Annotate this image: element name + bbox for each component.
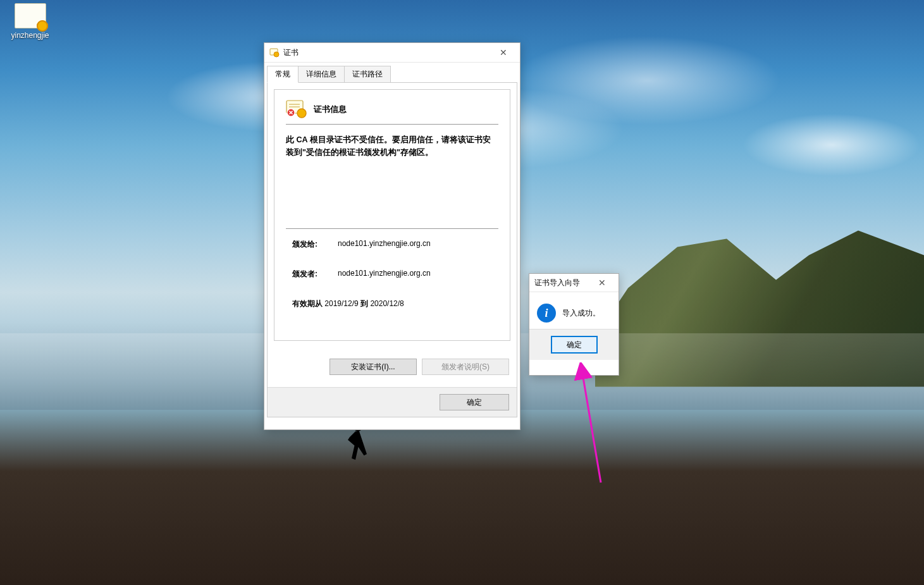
close-icon[interactable]: ✕ [588,274,616,292]
issued-by-label: 颁发者: [292,269,338,280]
validity-line: 有效期从 2019/12/9 到 2020/12/8 [292,299,498,309]
runner-decor [342,424,379,474]
desktop-cert-icon[interactable]: yinzhengjie [6,3,54,40]
tab-cert-path[interactable]: 证书路径 [344,66,391,83]
import-success-text: 导入成功。 [562,308,600,319]
divider [286,124,498,125]
info-icon: i [537,304,556,323]
certificate-window: 证书 ✕ 常规 详细信息 证书路径 [264,42,521,430]
svg-point-5 [297,109,306,118]
desktop-icon-label: yinzhengjie [6,31,54,40]
issued-to-value: node101.yinzhengjie.org.cn [338,239,431,250]
import-wizard-titlebar[interactable]: 证书导入向导 ✕ [529,274,619,292]
valid-label-from: 有效期从 [292,299,324,308]
beach-decor [0,410,924,586]
divider [286,228,498,229]
certificate-titlebar[interactable]: 证书 ✕ [264,43,520,63]
certificate-file-icon [15,3,46,28]
tab-general[interactable]: 常规 [267,66,299,83]
certificate-title-icon [269,47,280,58]
certificate-info-heading: 证书信息 [314,104,347,115]
import-ok-button[interactable]: 确定 [551,336,598,354]
issued-to-label: 颁发给: [292,239,338,250]
install-certificate-button[interactable]: 安装证书(I)... [330,359,417,375]
desktop-background: yinzhengjie 证书 ✕ 常规 详细信息 证书路径 [0,0,924,585]
valid-from-value: 2019/12/9 [324,299,358,308]
valid-to-value: 2020/12/8 [370,299,403,308]
valid-label-to: 到 [359,299,371,308]
certificate-info-frame: 证书信息 此 CA 根目录证书不受信任。要启用信任，请将该证书安装到"受信任的根… [274,89,510,341]
certificate-window-footer: 确定 [268,387,517,417]
tab-strip: 常规 详细信息 证书路径 [264,63,520,82]
issued-by-value: node101.yinzhengjie.org.cn [338,269,431,280]
close-icon[interactable]: ✕ [489,44,517,61]
ok-button[interactable]: 确定 [440,394,509,410]
trust-warning-text: 此 CA 根目录证书不受信任。要启用信任，请将该证书安装到"受信任的根证书颁发机… [286,133,498,159]
svg-point-1 [274,52,279,57]
tab-body-general: 证书信息 此 CA 根目录证书不受信任。要启用信任，请将该证书安装到"受信任的根… [267,82,517,417]
certificate-window-title: 证书 [283,47,489,58]
import-wizard-title: 证书导入向导 [534,278,588,288]
tab-details[interactable]: 详细信息 [298,66,345,83]
import-wizard-dialog: 证书导入向导 ✕ i 导入成功。 确定 [529,273,619,376]
certificate-info-icon [286,100,307,119]
issuer-statement-button: 颁发者说明(S) [422,359,509,375]
